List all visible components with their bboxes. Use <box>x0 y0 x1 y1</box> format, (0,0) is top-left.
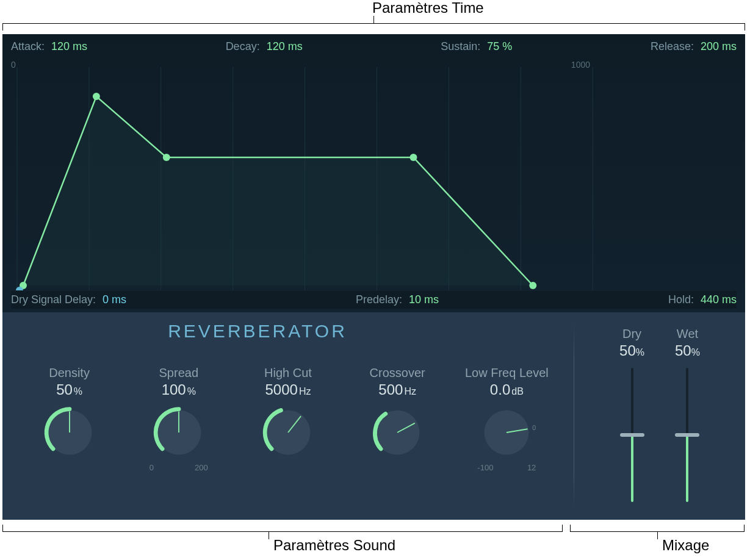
bracket-top <box>2 23 745 31</box>
annotation-time: Paramètres Time <box>372 0 484 16</box>
svg-point-13 <box>409 154 417 161</box>
wet-fill <box>686 435 688 502</box>
highcut-label: High Cut <box>264 366 312 380</box>
knob-row: Density 50% Spread 100% <box>2 342 574 472</box>
highcut-value: 5000Hz <box>265 381 311 398</box>
decay-label: Decay: <box>226 40 260 52</box>
knob-icon <box>40 403 99 462</box>
sound-section: REVERBERATOR Density 50% Spread <box>2 312 574 520</box>
lowfreq-value: 0.0dB <box>490 381 524 398</box>
dry-fader[interactable]: Dry 50% <box>619 327 644 520</box>
drydelay-label: Dry Signal Delay: <box>11 293 96 306</box>
svg-point-14 <box>529 282 536 289</box>
bracket-top-tick <box>373 16 374 23</box>
bracket-bottom-right-tick <box>657 532 658 539</box>
release-value: 200 ms <box>701 40 737 52</box>
attack-param[interactable]: Attack: 120 ms <box>11 40 87 53</box>
wet-value: 50% <box>675 342 700 359</box>
envelope-footer: Dry Signal Delay: 0 ms Predelay: 10 ms H… <box>11 291 737 309</box>
lowfreq-knob[interactable]: Low Freq Level 0.0dB 0 -10012 <box>455 366 558 472</box>
wet-fader[interactable]: Wet 50% <box>675 327 700 520</box>
spread-knob[interactable]: Spread 100% 0200 <box>127 366 231 472</box>
dry-fill <box>631 435 633 502</box>
plugin-window: Attack: 120 ms Decay: 120 ms Sustain: 75… <box>2 34 745 520</box>
envelope-svg <box>11 60 737 290</box>
spread-ticks: 0200 <box>150 463 208 472</box>
wet-track <box>686 368 688 502</box>
knob-icon <box>150 403 208 462</box>
density-label: Density <box>49 366 90 380</box>
envelope-graph[interactable]: 0 1000 <box>11 60 737 290</box>
dry-value: 50% <box>619 342 644 359</box>
lowfreq-ticks: -10012 <box>477 463 536 472</box>
attack-value: 120 ms <box>51 40 87 52</box>
predelay-label: Predelay: <box>356 293 402 306</box>
density-value: 50% <box>56 381 82 398</box>
sustain-value: 75 % <box>487 40 512 52</box>
dry-handle[interactable] <box>620 433 644 437</box>
sustain-param[interactable]: Sustain: 75 % <box>441 40 512 53</box>
crossover-knob[interactable]: Crossover 500Hz <box>345 366 449 472</box>
highcut-knob[interactable]: High Cut 5000Hz <box>236 366 340 472</box>
lower-panel: REVERBERATOR Density 50% Spread <box>2 312 745 520</box>
drydelay-value: 0 ms <box>103 293 126 306</box>
envelope-header: Attack: 120 ms Decay: 120 ms Sustain: 75… <box>2 34 745 53</box>
mix-section: Dry 50% Wet 50% <box>574 312 745 520</box>
drydelay-param[interactable]: Dry Signal Delay: 0 ms <box>11 293 126 306</box>
sustain-label: Sustain: <box>441 40 480 52</box>
predelay-param[interactable]: Predelay: 10 ms <box>356 293 439 306</box>
knob-icon <box>259 403 317 462</box>
decay-value: 120 ms <box>267 40 303 52</box>
spread-value: 100% <box>162 381 196 398</box>
dry-track <box>631 368 633 502</box>
svg-marker-9 <box>23 96 533 285</box>
annotation-mix: Mixage <box>662 537 709 554</box>
hold-value: 440 ms <box>701 293 737 306</box>
knob-icon: 0 <box>477 403 536 462</box>
crossover-label: Crossover <box>370 366 425 380</box>
svg-point-12 <box>163 154 170 161</box>
envelope-panel: Attack: 120 ms Decay: 120 ms Sustain: 75… <box>2 34 745 312</box>
lowfreq-label: Low Freq Level <box>465 366 549 380</box>
dry-label: Dry <box>622 327 641 341</box>
bracket-bottom-left-tick <box>269 532 269 539</box>
wet-label: Wet <box>677 327 698 341</box>
plugin-title: REVERBERATOR <box>2 321 574 342</box>
svg-text:0: 0 <box>533 424 536 431</box>
wet-handle[interactable] <box>675 433 699 437</box>
hold-param[interactable]: Hold: 440 ms <box>668 293 737 306</box>
axis-min: 0 <box>11 60 16 70</box>
annotation-sound: Paramètres Sound <box>273 537 395 554</box>
release-label: Release: <box>651 40 694 52</box>
predelay-value: 10 ms <box>409 293 439 306</box>
attack-label: Attack: <box>11 40 45 52</box>
bracket-bottom-left <box>2 525 563 532</box>
crossover-value: 500Hz <box>378 381 416 398</box>
density-knob[interactable]: Density 50% <box>18 366 121 472</box>
decay-param[interactable]: Decay: 120 ms <box>226 40 303 53</box>
spread-label: Spread <box>159 366 199 380</box>
knob-icon <box>368 403 427 462</box>
release-param[interactable]: Release: 200 ms <box>651 40 737 53</box>
svg-point-11 <box>93 93 100 100</box>
axis-max: 1000 <box>571 60 590 70</box>
bracket-bottom-right <box>570 525 745 532</box>
hold-label: Hold: <box>668 293 694 306</box>
